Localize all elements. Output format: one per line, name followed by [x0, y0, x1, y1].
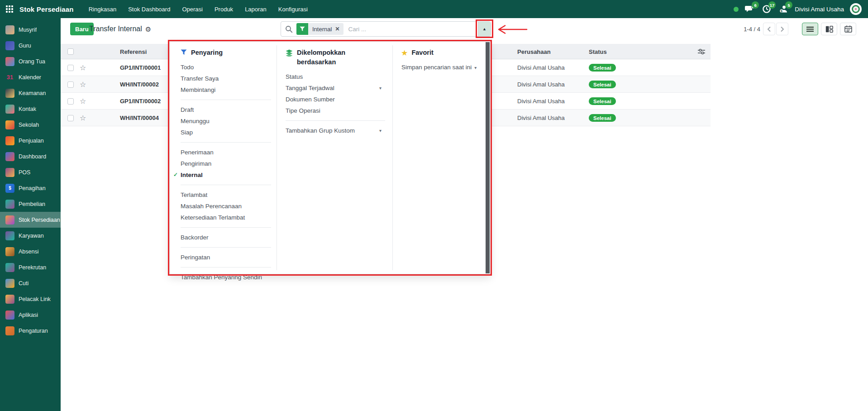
sidebar-item-cuti[interactable]: Cuti — [0, 275, 61, 291]
sidebar-item-pelacak-link[interactable]: Pelacak Link — [0, 291, 61, 307]
filter-pengiriman[interactable]: Pengiriman — [181, 158, 271, 169]
column-header-perusahaan[interactable]: Perusahaan — [517, 44, 551, 59]
filter-penerimaan[interactable]: Penerimaan — [181, 147, 271, 158]
sidebar-item-absensi[interactable]: Absensi — [0, 244, 61, 259]
column-header-referensi[interactable]: Referensi — [120, 44, 147, 59]
filter-transfer-saya[interactable]: Transfer Saya — [181, 73, 271, 84]
orang-tua-icon — [5, 57, 14, 66]
cell-referensi: GP1/INT/00001 — [120, 59, 161, 76]
filter-tambahkan-penyaring-sendiri[interactable]: Tambahkan Penyaring Sendiri — [181, 272, 271, 283]
row-checkbox[interactable] — [67, 81, 74, 88]
cell-perusahaan: Divisi Amal Usaha — [517, 76, 565, 93]
menu-produk[interactable]: Produk — [209, 0, 239, 18]
pager-prev-icon[interactable] — [763, 23, 775, 35]
star-icon[interactable]: ☆ — [80, 114, 86, 122]
filter-internal[interactable]: ✓Internal — [181, 169, 271, 181]
cuti-icon — [5, 279, 14, 288]
menu-stok-dashboard[interactable]: Stok Dashboard — [122, 0, 176, 18]
sidebar-item-musyrif[interactable]: Musyrif — [0, 22, 61, 38]
star-icon[interactable]: ☆ — [80, 80, 86, 89]
activity-badge: 17 — [768, 1, 776, 9]
filter-menunggu[interactable]: Menunggu — [181, 115, 271, 127]
column-header-status[interactable]: Status — [589, 44, 607, 59]
sidebar-item-guru[interactable]: Guru — [0, 38, 61, 53]
activity-clock-icon[interactable]: 17 — [761, 4, 772, 14]
sidebar-item-label: Stok Persediaan — [19, 217, 60, 223]
row-checkbox[interactable] — [67, 115, 74, 121]
row-checkbox[interactable] — [67, 98, 74, 105]
cell-perusahaan: Divisi Amal Usaha — [517, 93, 565, 110]
groupby-status[interactable]: Status — [286, 71, 385, 82]
layers-icon — [286, 49, 293, 57]
groupby-tipe-operasi[interactable]: Tipe Operasi — [286, 105, 385, 116]
filter-siap[interactable]: Siap — [181, 127, 271, 138]
apps-grid-icon[interactable] — [6, 5, 13, 13]
groupby-tanggal-terjadwal[interactable]: Tanggal Terjadwal▾ — [286, 82, 385, 94]
sidebar-item-pengaturan[interactable]: Pengaturan — [0, 323, 61, 339]
search-options-toggle[interactable]: ▲ — [478, 22, 491, 36]
sidebar-item-penagihan[interactable]: $Penagihan — [0, 180, 61, 196]
cell-status: Selesai — [589, 110, 616, 126]
app-title[interactable]: Stok Persediaan — [19, 5, 74, 13]
sidebar-item-stok-persediaan[interactable]: Stok Persediaan — [0, 212, 61, 228]
select-all-checkbox[interactable] — [67, 44, 74, 59]
filter-draft[interactable]: Draft — [181, 104, 271, 115]
chat-icon[interactable]: 6 — [744, 4, 755, 14]
sidebar-item-sekolah[interactable]: Sekolah — [0, 117, 61, 133]
filter-membintangi[interactable]: Membintangi — [181, 84, 271, 96]
optional-columns-icon[interactable] — [698, 44, 705, 59]
svg-text:$: $ — [781, 10, 782, 13]
company-switcher[interactable]: Divisi Amal Usaha — [795, 6, 844, 13]
menu-ringkasan[interactable]: Ringkasan — [83, 0, 122, 18]
filter-backorder[interactable]: Backorder — [181, 232, 271, 243]
add-custom-group[interactable]: Tambahkan Grup Kustom▾ — [286, 125, 385, 136]
sidebar-item-dashboard[interactable]: Dashboard — [0, 148, 61, 164]
star-icon[interactable]: ☆ — [80, 63, 86, 72]
gear-icon[interactable]: ⚙ — [145, 26, 151, 33]
sidebar-item-aplikasi[interactable]: Aplikasi — [0, 307, 61, 323]
navbar-right: 6 17 $ 5 Divisi Amal Usaha — [734, 3, 868, 15]
status-badge: Selesai — [589, 114, 616, 122]
groupby-dokumen-sumber[interactable]: Dokumen Sumber — [286, 94, 385, 105]
save-current-search[interactable]: Simpan pencarian saat ini▾ — [401, 62, 483, 73]
sidebar-item-penjualan[interactable]: Penjualan — [0, 133, 61, 148]
sidebar-item-orang-tua[interactable]: Orang Tua — [0, 53, 61, 69]
sidebar-item-perekrutan[interactable]: Perekrutan — [0, 259, 61, 275]
pager-next-icon[interactable] — [776, 23, 788, 35]
kanban-view-icon[interactable] — [821, 23, 837, 35]
row-checkbox-cell — [67, 76, 74, 93]
filter-divider — [181, 185, 271, 185]
filter-divider — [181, 142, 271, 143]
star-icon[interactable]: ☆ — [80, 97, 86, 105]
sidebar-item-pembelian[interactable]: Pembelian — [0, 196, 61, 212]
filter-peringatan[interactable]: Peringatan — [181, 252, 271, 263]
groupby-column: Dikelompokkan berdasarkan StatusTanggal … — [286, 48, 385, 136]
cell-status: Selesai — [589, 59, 616, 76]
panel-divider — [392, 45, 393, 270]
search-input[interactable] — [343, 26, 478, 33]
row-checkbox[interactable] — [67, 65, 74, 71]
avatar[interactable] — [850, 3, 862, 15]
sidebar-item-kontak[interactable]: Kontak — [0, 101, 61, 117]
menu-konfigurasi[interactable]: Konfigurasi — [272, 0, 314, 18]
pembelian-icon — [5, 200, 14, 209]
filter-terlambat[interactable]: Terlambat — [181, 189, 271, 201]
sales-person-icon[interactable]: $ 5 — [778, 4, 789, 14]
sidebar-item-keamanan[interactable]: Keamanan — [0, 85, 61, 101]
calendar-view-icon[interactable] — [840, 23, 856, 35]
filter-todo[interactable]: Todo — [181, 62, 271, 73]
sidebar-item-kalender[interactable]: 31Kalender — [0, 69, 61, 85]
filter-ketersediaan-terlambat[interactable]: Ketersediaan Terlambat — [181, 212, 271, 223]
menu-operasi[interactable]: Operasi — [176, 0, 209, 18]
filter-masalah-perencanaan[interactable]: Masalah Perencanaan — [181, 201, 271, 212]
facet-remove-icon[interactable]: ✕ — [335, 26, 339, 32]
panel-divider — [277, 45, 277, 270]
sidebar-item-pos[interactable]: POS — [0, 164, 61, 180]
sidebar-item-karyawan[interactable]: Karyawan — [0, 228, 61, 244]
kalender-icon: 31 — [5, 73, 14, 82]
scrollbar-thumb[interactable] — [486, 42, 490, 273]
filter-divider — [181, 227, 271, 228]
sidebar-item-label: Penjualan — [19, 138, 44, 144]
menu-laporan[interactable]: Laporan — [239, 0, 272, 18]
list-view-icon[interactable] — [802, 23, 818, 35]
